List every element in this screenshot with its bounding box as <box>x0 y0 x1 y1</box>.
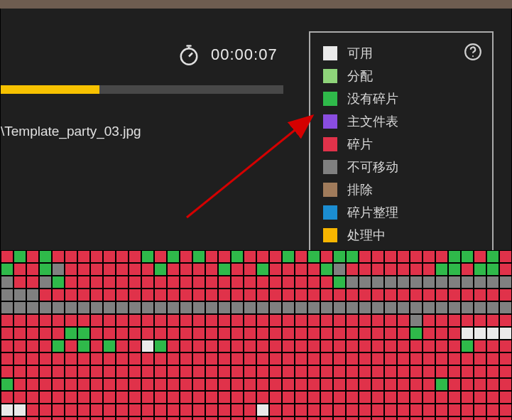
grid-cell <box>346 378 359 391</box>
grid-cell <box>448 352 461 365</box>
grid-cell <box>410 365 423 378</box>
grid-cell <box>116 340 129 352</box>
grid-cell <box>295 378 307 391</box>
legend-swatch-processing <box>323 228 337 242</box>
grid-cell <box>1 263 13 276</box>
grid-cell <box>410 314 423 327</box>
grid-cell <box>499 378 512 391</box>
grid-cell <box>218 391 231 404</box>
grid-cell <box>1 352 13 365</box>
grid-cell <box>90 404 103 416</box>
legend-swatch-allocated <box>323 69 337 83</box>
grid-cell <box>1 391 13 404</box>
grid-cell <box>244 327 256 340</box>
grid-cell <box>295 340 307 352</box>
grid-cell <box>435 327 448 340</box>
grid-cell <box>141 250 154 263</box>
grid-cell <box>180 340 192 352</box>
help-icon[interactable] <box>464 43 482 64</box>
grid-cell <box>435 340 448 352</box>
grid-cell <box>256 378 269 391</box>
grid-cell <box>180 365 192 378</box>
grid-cell <box>90 314 103 327</box>
grid-cell <box>218 250 231 263</box>
grid-cell <box>154 404 167 416</box>
grid-cell <box>474 301 486 314</box>
grid-cell <box>320 404 333 416</box>
grid-cell <box>129 340 141 352</box>
legend-item-mft: 主文件表 <box>323 112 482 131</box>
grid-cell <box>65 365 77 378</box>
grid-cell <box>39 378 52 391</box>
grid-cell <box>77 352 90 365</box>
grid-cell <box>77 314 90 327</box>
grid-cell <box>52 250 65 263</box>
grid-cell <box>65 416 77 420</box>
grid-cell <box>13 263 26 276</box>
legend-label: 主文件表 <box>347 113 398 130</box>
grid-cell <box>52 289 65 301</box>
grid-cell <box>116 250 129 263</box>
grid-cell <box>256 365 269 378</box>
grid-cell <box>13 391 26 404</box>
grid-cell <box>282 365 295 378</box>
grid-cell <box>435 289 448 301</box>
grid-cell <box>320 352 333 365</box>
grid-cell <box>52 352 65 365</box>
grid-cell <box>256 352 269 365</box>
grid-cell <box>180 301 192 314</box>
grid-cell <box>256 263 269 276</box>
grid-cell <box>371 276 384 289</box>
grid-cell <box>77 263 90 276</box>
timer-row: 00:00:07 <box>178 44 278 65</box>
grid-cell <box>116 289 129 301</box>
grid-cell <box>52 416 65 420</box>
grid-cell <box>359 314 371 327</box>
grid-cell <box>371 391 384 404</box>
grid-cell <box>154 263 167 276</box>
grid-cell <box>180 276 192 289</box>
grid-cell <box>218 416 231 420</box>
grid-cell <box>269 250 282 263</box>
grid-cell <box>154 327 167 340</box>
grid-cell <box>486 276 499 289</box>
grid-cell <box>39 340 52 352</box>
grid-cell <box>13 314 26 327</box>
grid-cell <box>141 314 154 327</box>
grid-cell <box>282 314 295 327</box>
grid-cell <box>320 365 333 378</box>
grid-cell <box>26 391 39 404</box>
grid-cell <box>154 340 167 352</box>
grid-cell <box>103 263 116 276</box>
grid-cell <box>13 289 26 301</box>
grid-cell <box>333 263 346 276</box>
grid-cell <box>256 327 269 340</box>
stopwatch-icon <box>178 44 200 65</box>
grid-cell <box>359 378 371 391</box>
grid-cell <box>205 352 218 365</box>
grid-cell <box>180 250 192 263</box>
grid-cell <box>26 263 39 276</box>
grid-cell <box>192 404 205 416</box>
grid-cell <box>435 276 448 289</box>
progress-bar <box>1 85 283 94</box>
grid-cell <box>244 250 256 263</box>
grid-cell <box>371 378 384 391</box>
grid-cell <box>26 314 39 327</box>
grid-cell <box>116 378 129 391</box>
grid-cell <box>384 301 397 314</box>
grid-cell <box>448 276 461 289</box>
grid-cell <box>141 352 154 365</box>
grid-cell <box>116 327 129 340</box>
legend-label: 分配 <box>347 68 373 85</box>
grid-cell <box>410 352 423 365</box>
grid-cell <box>116 365 129 378</box>
grid-cell <box>359 391 371 404</box>
grid-cell <box>499 365 512 378</box>
grid-cell <box>13 365 26 378</box>
grid-cell <box>103 416 116 420</box>
grid-cell <box>218 314 231 327</box>
grid-cell <box>244 352 256 365</box>
grid-cell <box>384 352 397 365</box>
grid-cell <box>244 276 256 289</box>
